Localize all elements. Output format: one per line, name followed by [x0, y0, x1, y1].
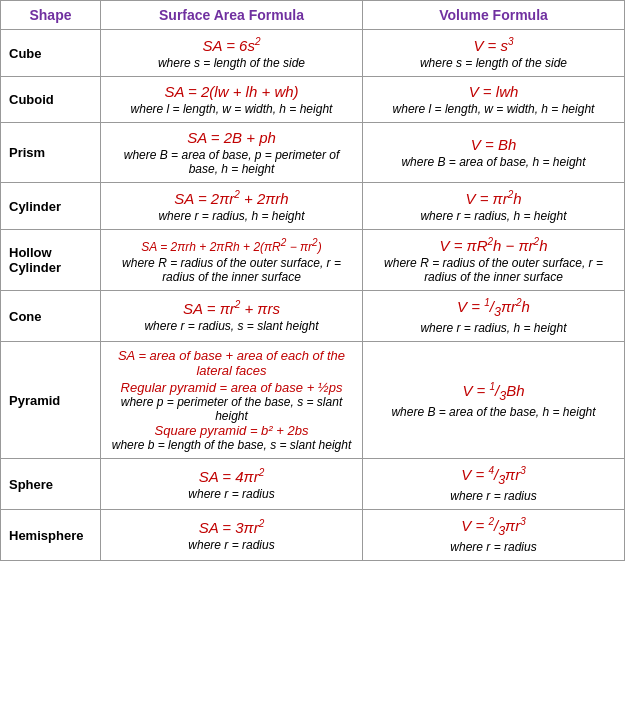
shape-cell: Cylinder [1, 183, 101, 230]
sa-square-note: where b = length of the base, s = slant … [109, 438, 354, 452]
sa-square: Square pyramid = b² + 2bs [155, 423, 309, 438]
shape-cell: Cone [1, 291, 101, 342]
sa-formula: SA = πr2 + πrs [109, 299, 354, 317]
sa-regular-note: where p = perimeter of the base, s = sla… [109, 395, 354, 423]
v-formula: V = 4/3πr3 [371, 465, 616, 487]
shape-cell: Cube [1, 30, 101, 77]
header-shape: Shape [1, 1, 101, 30]
table-row: Cylinder SA = 2πr2 + 2πrh where r = radi… [1, 183, 625, 230]
v-note: where r = radius, h = height [371, 209, 616, 223]
table-row: Cone SA = πr2 + πrs where r = radius, s … [1, 291, 625, 342]
table-row: Hollow Cylinder SA = 2πrh + 2πRh + 2(πR2… [1, 230, 625, 291]
surface-area-cell: SA = area of base + area of each of the … [101, 342, 363, 459]
sa-formula: SA = 2πrh + 2πRh + 2(πR2 − πr2) [109, 237, 354, 254]
sa-note: where r = radius [109, 487, 354, 501]
shape-cell: Hollow Cylinder [1, 230, 101, 291]
table-row: Prism SA = 2B + ph where B = area of bas… [1, 123, 625, 183]
v-formula: V = πr2h [371, 189, 616, 207]
v-formula: V = 1/3Bh [371, 381, 616, 403]
formulas-table: Shape Surface Area Formula Volume Formul… [0, 0, 625, 561]
sa-note: where l = length, w = width, h = height [109, 102, 354, 116]
v-formula: V = lwh [371, 83, 616, 100]
sa-formula: SA = area of base + area of each of the … [109, 348, 354, 378]
v-note: where r = radius [371, 489, 616, 503]
v-note: where B = area of base, h = height [371, 155, 616, 169]
volume-cell: V = Bh where B = area of base, h = heigh… [363, 123, 625, 183]
v-formula: V = Bh [371, 136, 616, 153]
sa-formula: SA = 6s2 [109, 36, 354, 54]
sa-note: where B = area of base, p = perimeter of… [109, 148, 354, 176]
surface-area-cell: SA = 2(lw + lh + wh) where l = length, w… [101, 77, 363, 123]
header-volume: Volume Formula [363, 1, 625, 30]
v-note: where r = radius [371, 540, 616, 554]
shape-cell: Hemisphere [1, 510, 101, 561]
sa-regular: Regular pyramid = area of base + ½ps [121, 380, 343, 395]
volume-cell: V = s3 where s = length of the side [363, 30, 625, 77]
table-row: Pyramid SA = area of base + area of each… [1, 342, 625, 459]
sa-formula: SA = 3πr2 [109, 518, 354, 536]
shape-cell: Sphere [1, 459, 101, 510]
v-note: where B = area of the base, h = height [371, 405, 616, 419]
volume-cell: V = πr2h where r = radius, h = height [363, 183, 625, 230]
shape-cell: Cuboid [1, 77, 101, 123]
v-note: where R = radius of the outer surface, r… [371, 256, 616, 284]
sa-note: where r = radius [109, 538, 354, 552]
volume-cell: V = lwh where l = length, w = width, h =… [363, 77, 625, 123]
sa-note: where r = radius, h = height [109, 209, 354, 223]
v-note: where r = radius, h = height [371, 321, 616, 335]
surface-area-cell: SA = 6s2 where s = length of the side [101, 30, 363, 77]
v-note: where l = length, w = width, h = height [371, 102, 616, 116]
v-formula: V = 1/3πr2h [371, 297, 616, 319]
sa-note: where s = length of the side [109, 56, 354, 70]
volume-cell: V = 2/3πr3 where r = radius [363, 510, 625, 561]
sa-note: where R = radius of the outer surface, r… [109, 256, 354, 284]
table-row: Hemisphere SA = 3πr2 where r = radius V … [1, 510, 625, 561]
surface-area-cell: SA = 4πr2 where r = radius [101, 459, 363, 510]
sa-formula: SA = 2B + ph [109, 129, 354, 146]
header-surface-area: Surface Area Formula [101, 1, 363, 30]
shape-cell: Pyramid [1, 342, 101, 459]
v-note: where s = length of the side [371, 56, 616, 70]
table-row: Cuboid SA = 2(lw + lh + wh) where l = le… [1, 77, 625, 123]
surface-area-cell: SA = 2πrh + 2πRh + 2(πR2 − πr2) where R … [101, 230, 363, 291]
surface-area-cell: SA = 2πr2 + 2πrh where r = radius, h = h… [101, 183, 363, 230]
surface-area-cell: SA = πr2 + πrs where r = radius, s = sla… [101, 291, 363, 342]
sa-formula: SA = 2(lw + lh + wh) [109, 83, 354, 100]
volume-cell: V = πR2h − πr2h where R = radius of the … [363, 230, 625, 291]
v-formula: V = πR2h − πr2h [371, 236, 616, 254]
sa-formula: SA = 2πr2 + 2πrh [109, 189, 354, 207]
table-row: Sphere SA = 4πr2 where r = radius V = 4/… [1, 459, 625, 510]
surface-area-cell: SA = 2B + ph where B = area of base, p =… [101, 123, 363, 183]
volume-cell: V = 1/3Bh where B = area of the base, h … [363, 342, 625, 459]
sa-note: where r = radius, s = slant height [109, 319, 354, 333]
v-formula: V = s3 [371, 36, 616, 54]
volume-cell: V = 4/3πr3 where r = radius [363, 459, 625, 510]
volume-cell: V = 1/3πr2h where r = radius, h = height [363, 291, 625, 342]
sa-formula: SA = 4πr2 [109, 467, 354, 485]
shape-cell: Prism [1, 123, 101, 183]
v-formula: V = 2/3πr3 [371, 516, 616, 538]
table-row: Cube SA = 6s2 where s = length of the si… [1, 30, 625, 77]
surface-area-cell: SA = 3πr2 where r = radius [101, 510, 363, 561]
